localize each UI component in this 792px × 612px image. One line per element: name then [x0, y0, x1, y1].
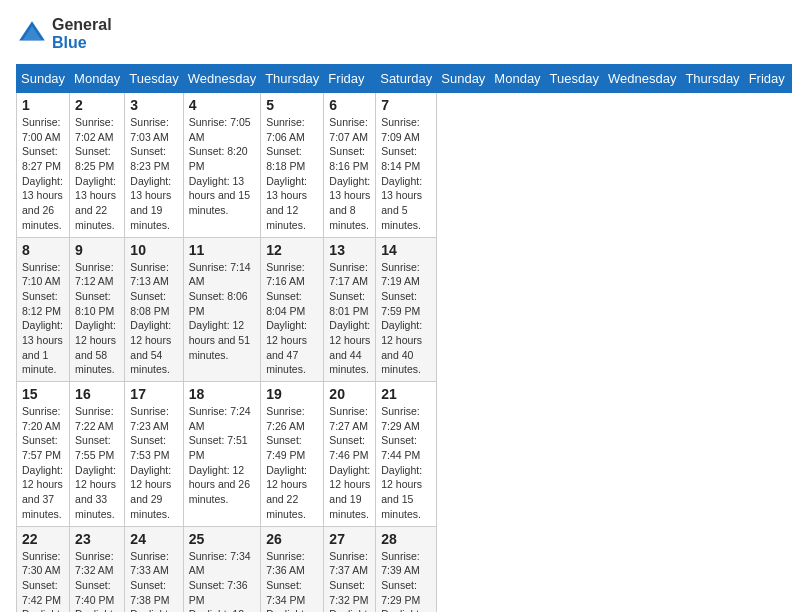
- logo: General Blue: [16, 16, 112, 52]
- calendar-cell: 13 Sunrise: 7:17 AM Sunset: 8:01 PM Dayl…: [324, 237, 376, 382]
- calendar-cell: 18 Sunrise: 7:24 AM Sunset: 7:51 PM Dayl…: [183, 382, 260, 527]
- day-info: Sunrise: 7:16 AM Sunset: 8:04 PM Dayligh…: [266, 260, 318, 378]
- calendar-cell: 2 Sunrise: 7:02 AM Sunset: 8:25 PM Dayli…: [70, 93, 125, 238]
- calendar-cell: 3 Sunrise: 7:03 AM Sunset: 8:23 PM Dayli…: [125, 93, 183, 238]
- day-info: Sunrise: 7:06 AM Sunset: 8:18 PM Dayligh…: [266, 115, 318, 233]
- col-header-monday: Monday: [490, 65, 545, 93]
- day-number: 5: [266, 97, 318, 113]
- calendar-cell: 14 Sunrise: 7:19 AM Sunset: 7:59 PM Dayl…: [376, 237, 437, 382]
- day-number: 24: [130, 531, 177, 547]
- day-number: 1: [22, 97, 64, 113]
- day-info: Sunrise: 7:34 AM Sunset: 7:36 PM Dayligh…: [189, 549, 255, 613]
- calendar-cell: 20 Sunrise: 7:27 AM Sunset: 7:46 PM Dayl…: [324, 382, 376, 527]
- col-header-wednesday: Wednesday: [604, 65, 681, 93]
- day-number: 27: [329, 531, 370, 547]
- day-info: Sunrise: 7:30 AM Sunset: 7:42 PM Dayligh…: [22, 549, 64, 613]
- week-row-3: 15 Sunrise: 7:20 AM Sunset: 7:57 PM Dayl…: [17, 382, 793, 527]
- day-number: 17: [130, 386, 177, 402]
- calendar-cell: 6 Sunrise: 7:07 AM Sunset: 8:16 PM Dayli…: [324, 93, 376, 238]
- day-info: Sunrise: 7:13 AM Sunset: 8:08 PM Dayligh…: [130, 260, 177, 378]
- day-number: 9: [75, 242, 119, 258]
- day-number: 7: [381, 97, 431, 113]
- header-saturday: Saturday: [376, 65, 437, 93]
- day-info: Sunrise: 7:36 AM Sunset: 7:34 PM Dayligh…: [266, 549, 318, 613]
- day-info: Sunrise: 7:37 AM Sunset: 7:32 PM Dayligh…: [329, 549, 370, 613]
- day-number: 25: [189, 531, 255, 547]
- calendar-cell: 4 Sunrise: 7:05 AM Sunset: 8:20 PM Dayli…: [183, 93, 260, 238]
- day-info: Sunrise: 7:27 AM Sunset: 7:46 PM Dayligh…: [329, 404, 370, 522]
- calendar-cell: 7 Sunrise: 7:09 AM Sunset: 8:14 PM Dayli…: [376, 93, 437, 238]
- day-number: 20: [329, 386, 370, 402]
- day-info: Sunrise: 7:10 AM Sunset: 8:12 PM Dayligh…: [22, 260, 64, 378]
- calendar-cell: 23 Sunrise: 7:32 AM Sunset: 7:40 PM Dayl…: [70, 526, 125, 612]
- day-number: 28: [381, 531, 431, 547]
- day-info: Sunrise: 7:09 AM Sunset: 8:14 PM Dayligh…: [381, 115, 431, 233]
- day-number: 23: [75, 531, 119, 547]
- day-info: Sunrise: 7:29 AM Sunset: 7:44 PM Dayligh…: [381, 404, 431, 522]
- day-info: Sunrise: 7:20 AM Sunset: 7:57 PM Dayligh…: [22, 404, 64, 522]
- calendar-cell: 27 Sunrise: 7:37 AM Sunset: 7:32 PM Dayl…: [324, 526, 376, 612]
- calendar-cell: 11 Sunrise: 7:14 AM Sunset: 8:06 PM Dayl…: [183, 237, 260, 382]
- day-info: Sunrise: 7:19 AM Sunset: 7:59 PM Dayligh…: [381, 260, 431, 378]
- day-info: Sunrise: 7:26 AM Sunset: 7:49 PM Dayligh…: [266, 404, 318, 522]
- page-header: General Blue: [16, 16, 776, 52]
- day-info: Sunrise: 7:23 AM Sunset: 7:53 PM Dayligh…: [130, 404, 177, 522]
- calendar-cell: 9 Sunrise: 7:12 AM Sunset: 8:10 PM Dayli…: [70, 237, 125, 382]
- day-number: 3: [130, 97, 177, 113]
- logo-icon: [16, 18, 48, 50]
- calendar-cell: 15 Sunrise: 7:20 AM Sunset: 7:57 PM Dayl…: [17, 382, 70, 527]
- day-info: Sunrise: 7:17 AM Sunset: 8:01 PM Dayligh…: [329, 260, 370, 378]
- day-number: 12: [266, 242, 318, 258]
- day-info: Sunrise: 7:12 AM Sunset: 8:10 PM Dayligh…: [75, 260, 119, 378]
- day-number: 16: [75, 386, 119, 402]
- day-number: 11: [189, 242, 255, 258]
- day-info: Sunrise: 7:02 AM Sunset: 8:25 PM Dayligh…: [75, 115, 119, 233]
- calendar-cell: 17 Sunrise: 7:23 AM Sunset: 7:53 PM Dayl…: [125, 382, 183, 527]
- week-row-4: 22 Sunrise: 7:30 AM Sunset: 7:42 PM Dayl…: [17, 526, 793, 612]
- header-friday: Friday: [324, 65, 376, 93]
- calendar-cell: 16 Sunrise: 7:22 AM Sunset: 7:55 PM Dayl…: [70, 382, 125, 527]
- day-number: 19: [266, 386, 318, 402]
- day-info: Sunrise: 7:14 AM Sunset: 8:06 PM Dayligh…: [189, 260, 255, 363]
- day-number: 15: [22, 386, 64, 402]
- header-monday: Monday: [70, 65, 125, 93]
- day-number: 6: [329, 97, 370, 113]
- day-info: Sunrise: 7:03 AM Sunset: 8:23 PM Dayligh…: [130, 115, 177, 233]
- day-number: 18: [189, 386, 255, 402]
- calendar-cell: 10 Sunrise: 7:13 AM Sunset: 8:08 PM Dayl…: [125, 237, 183, 382]
- day-number: 4: [189, 97, 255, 113]
- header-sunday: Sunday: [17, 65, 70, 93]
- calendar-cell: 21 Sunrise: 7:29 AM Sunset: 7:44 PM Dayl…: [376, 382, 437, 527]
- day-number: 21: [381, 386, 431, 402]
- calendar-cell: 19 Sunrise: 7:26 AM Sunset: 7:49 PM Dayl…: [261, 382, 324, 527]
- header-tuesday: Tuesday: [125, 65, 183, 93]
- day-number: 14: [381, 242, 431, 258]
- day-number: 13: [329, 242, 370, 258]
- day-number: 8: [22, 242, 64, 258]
- day-number: 2: [75, 97, 119, 113]
- col-header-tuesday: Tuesday: [545, 65, 603, 93]
- calendar-cell: 24 Sunrise: 7:33 AM Sunset: 7:38 PM Dayl…: [125, 526, 183, 612]
- day-info: Sunrise: 7:33 AM Sunset: 7:38 PM Dayligh…: [130, 549, 177, 613]
- calendar-cell: 1 Sunrise: 7:00 AM Sunset: 8:27 PM Dayli…: [17, 93, 70, 238]
- day-number: 22: [22, 531, 64, 547]
- calendar-cell: 25 Sunrise: 7:34 AM Sunset: 7:36 PM Dayl…: [183, 526, 260, 612]
- calendar-cell: 28 Sunrise: 7:39 AM Sunset: 7:29 PM Dayl…: [376, 526, 437, 612]
- day-info: Sunrise: 7:39 AM Sunset: 7:29 PM Dayligh…: [381, 549, 431, 613]
- calendar-cell: 12 Sunrise: 7:16 AM Sunset: 8:04 PM Dayl…: [261, 237, 324, 382]
- day-number: 26: [266, 531, 318, 547]
- calendar-header-row: SundayMondayTuesdayWednesdayThursdayFrid…: [17, 65, 793, 93]
- day-info: Sunrise: 7:24 AM Sunset: 7:51 PM Dayligh…: [189, 404, 255, 507]
- day-info: Sunrise: 7:05 AM Sunset: 8:20 PM Dayligh…: [189, 115, 255, 218]
- day-info: Sunrise: 7:00 AM Sunset: 8:27 PM Dayligh…: [22, 115, 64, 233]
- calendar-cell: 22 Sunrise: 7:30 AM Sunset: 7:42 PM Dayl…: [17, 526, 70, 612]
- calendar-cell: 26 Sunrise: 7:36 AM Sunset: 7:34 PM Dayl…: [261, 526, 324, 612]
- week-row-2: 8 Sunrise: 7:10 AM Sunset: 8:12 PM Dayli…: [17, 237, 793, 382]
- logo-text: General Blue: [52, 16, 112, 52]
- day-info: Sunrise: 7:32 AM Sunset: 7:40 PM Dayligh…: [75, 549, 119, 613]
- col-header-sunday: Sunday: [437, 65, 490, 93]
- col-header-thursday: Thursday: [681, 65, 744, 93]
- calendar-cell: 8 Sunrise: 7:10 AM Sunset: 8:12 PM Dayli…: [17, 237, 70, 382]
- day-info: Sunrise: 7:07 AM Sunset: 8:16 PM Dayligh…: [329, 115, 370, 233]
- col-header-friday: Friday: [744, 65, 789, 93]
